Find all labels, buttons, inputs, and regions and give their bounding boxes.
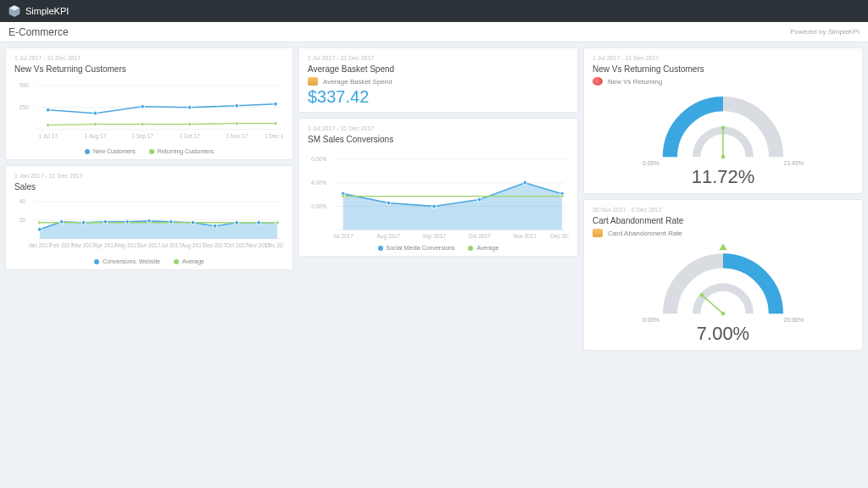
- date-range: 30 Nov 2017 - 6 Dec 2017: [593, 207, 854, 213]
- svg-point-67: [523, 180, 527, 185]
- svg-text:1 Dec 17: 1 Dec 17: [264, 133, 284, 139]
- svg-text:1 Sep 17: 1 Sep 17: [131, 133, 153, 140]
- svg-text:May 2017: May 2017: [115, 241, 140, 248]
- svg-line-81: [702, 295, 723, 313]
- svg-text:6.00%: 6.00%: [311, 156, 327, 162]
- svg-text:Nov 2017: Nov 2017: [514, 233, 537, 239]
- svg-text:40: 40: [19, 198, 26, 204]
- svg-text:Jul 2017: Jul 2017: [333, 233, 354, 239]
- svg-text:1 Jul 17: 1 Jul 17: [38, 133, 58, 139]
- svg-point-11: [47, 124, 50, 127]
- svg-text:1 Nov 17: 1 Nov 17: [225, 133, 248, 139]
- svg-point-41: [38, 220, 42, 224]
- svg-point-12: [93, 123, 97, 126]
- svg-point-34: [147, 219, 152, 223]
- legend-dot-icon: [85, 149, 90, 154]
- card-title: Cart Abandonment Rate: [593, 216, 854, 225]
- svg-point-13: [141, 123, 144, 126]
- svg-point-29: [37, 227, 42, 231]
- svg-point-31: [81, 220, 86, 225]
- svg-text:Feb 2017: Feb 2017: [50, 241, 74, 247]
- legend-dot-icon: [378, 246, 383, 251]
- date-range: 1 Jul 2017 - 31 Dec 2017: [593, 55, 854, 61]
- dashboard-grid: 1 Jul 2017 - 31 Dec 2017 New Vs Returnin…: [0, 42, 868, 356]
- svg-text:Sep 2017: Sep 2017: [422, 233, 446, 240]
- svg-point-33: [125, 219, 130, 224]
- svg-point-36: [191, 220, 195, 225]
- target-icon: [593, 77, 603, 86]
- svg-point-32: [103, 219, 108, 224]
- metric-value: $337.42: [308, 87, 569, 107]
- svg-point-14: [188, 123, 192, 126]
- card-title: New Vs Returning Customers: [14, 64, 284, 74]
- svg-point-78: [721, 155, 726, 159]
- gauge-max-label: 20.00%: [783, 317, 804, 323]
- basket-icon: [308, 77, 318, 86]
- svg-point-65: [432, 204, 437, 208]
- metric-label: New Vs Returning: [608, 78, 662, 86]
- card-sm-conversions[interactable]: 1 Jul 2017 - 31 Dec 2017 SM Sales Conver…: [298, 118, 578, 257]
- svg-text:Oct 2017: Oct 2017: [469, 233, 492, 239]
- app-name: SimpleKPI: [25, 6, 69, 16]
- powered-by-label: Powered by SimpleKPI: [790, 28, 860, 36]
- svg-point-70: [560, 195, 564, 198]
- metric-label: Average Basket Spend: [323, 78, 392, 86]
- page-header: E-Commerce Powered by SimpleKPI: [0, 22, 868, 42]
- gauge-min-label: 0.00%: [643, 160, 659, 166]
- legend-dot-icon: [94, 259, 99, 264]
- gauge-value: 11.72%: [692, 166, 755, 188]
- svg-point-9: [235, 103, 239, 108]
- date-range: 1 Jan 2017 - 31 Dec 2017: [14, 173, 284, 179]
- chart-legend: New Customers Returning Customers: [14, 148, 284, 154]
- line-chart: 500 250 1 Jul 17 1 Aug 17 1 Sep 17 1 Oct…: [14, 77, 284, 143]
- date-range: 1 Jul 2017 - 31 Dec 2017: [308, 125, 569, 131]
- card-cart-abandon-gauge[interactable]: 30 Nov 2017 - 6 Dec 2017 Cart Abandonmen…: [583, 199, 863, 351]
- svg-text:Aug 2017: Aug 2017: [181, 241, 205, 248]
- svg-point-30: [59, 219, 64, 224]
- area-chart: 6.00% 4.00% 2.00% Jul 2017 Aug 2017 Sep …: [308, 147, 569, 240]
- svg-point-15: [235, 122, 238, 125]
- card-new-vs-returning-chart[interactable]: 1 Jul 2017 - 31 Dec 2017 New Vs Returnin…: [5, 47, 293, 160]
- svg-text:Apr 2017: Apr 2017: [94, 241, 117, 248]
- app-topbar: SimpleKPI: [0, 0, 868, 22]
- svg-point-69: [342, 195, 345, 198]
- svg-point-38: [235, 220, 239, 225]
- svg-point-8: [187, 105, 192, 109]
- svg-point-64: [387, 201, 391, 205]
- card-sales-chart[interactable]: 1 Jan 2017 - 31 Dec 2017 Sales 40 20 Jan…: [5, 165, 293, 271]
- card-title: SM Sales Conversions: [308, 135, 569, 144]
- gauge-chart: [638, 242, 808, 320]
- svg-marker-80: [719, 244, 726, 251]
- date-range: 1 Jul 2017 - 31 Dec 2017: [14, 55, 284, 61]
- svg-text:20: 20: [19, 216, 26, 222]
- ytick-label: 250: [19, 104, 29, 110]
- svg-point-37: [213, 224, 217, 228]
- svg-text:Dec 2017: Dec 2017: [550, 233, 569, 239]
- app-logo-icon: [8, 5, 20, 17]
- gauge-chart: [638, 91, 808, 164]
- svg-marker-28: [40, 220, 277, 238]
- card-nvr-gauge[interactable]: 1 Jul 2017 - 31 Dec 2017 New Vs Returnin…: [583, 47, 863, 194]
- svg-text:Mar 2017: Mar 2017: [72, 241, 96, 247]
- svg-point-7: [141, 104, 145, 108]
- svg-text:Jan 2017: Jan 2017: [29, 241, 52, 247]
- metric-label: Card Abandonment Rate: [608, 230, 682, 237]
- svg-point-82: [721, 312, 726, 316]
- svg-point-79: [721, 125, 726, 130]
- svg-text:1 Aug 17: 1 Aug 17: [85, 133, 107, 140]
- gauge-max-label: 23.45%: [783, 160, 804, 166]
- svg-point-66: [477, 197, 481, 202]
- chart-legend: Conversions: Website Average: [14, 258, 284, 264]
- card-average-basket[interactable]: 1 Jul 2017 - 31 Dec 2017 Average Basket …: [298, 47, 578, 113]
- svg-point-6: [93, 111, 97, 115]
- chart-legend: Social Media Conversions Average: [308, 245, 569, 251]
- date-range: 1 Jul 2017 - 31 Dec 2017: [308, 55, 569, 61]
- svg-point-10: [274, 102, 278, 106]
- ytick-label: 500: [19, 82, 29, 88]
- svg-point-5: [46, 108, 50, 112]
- svg-point-39: [257, 220, 261, 225]
- svg-text:Jul 2017: Jul 2017: [161, 241, 182, 247]
- svg-point-42: [275, 220, 279, 224]
- legend-dot-icon: [174, 259, 179, 264]
- svg-text:Aug 2017: Aug 2017: [377, 233, 401, 240]
